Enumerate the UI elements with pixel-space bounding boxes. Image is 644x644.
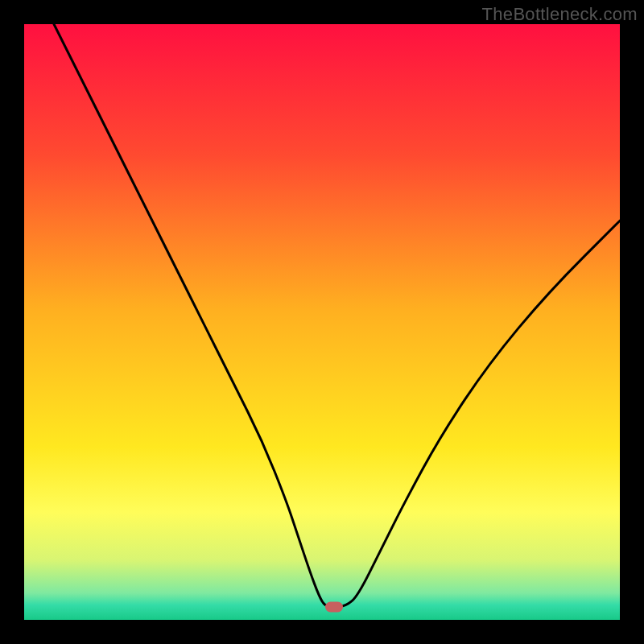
- gradient-background: [24, 24, 620, 620]
- plot-area: [24, 24, 620, 620]
- watermark-text: TheBottleneck.com: [482, 4, 638, 25]
- svg-rect-0: [24, 24, 620, 620]
- optimum-marker: [325, 601, 343, 612]
- chart-container: TheBottleneck.com: [0, 0, 644, 644]
